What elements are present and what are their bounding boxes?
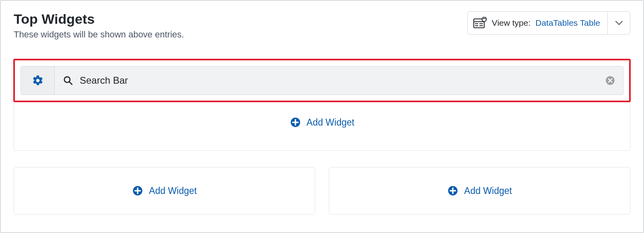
page-subtitle: These widgets will be shown above entrie… [14,29,184,40]
widget-remove-button[interactable] [597,66,623,95]
widget-highlight: Search Bar [13,59,631,102]
view-type-selector[interactable]: View type: DataTables Table [467,11,630,35]
svg-point-6 [482,17,486,22]
widget-settings-button[interactable] [21,66,55,95]
view-type-label: View type: [492,18,531,28]
widget-area: Search Bar [14,59,630,151]
search-icon [63,75,73,86]
header-row: Top Widgets These widgets will be shown … [14,11,630,40]
table-icon [473,17,487,29]
view-type-value: DataTables Table [535,18,600,28]
columns-row: Add Widget Add Widget [14,167,630,214]
svg-line-8 [69,82,72,84]
widget-body[interactable]: Search Bar [55,66,597,95]
plus-circle-icon [447,185,458,196]
add-widget-label: Add Widget [307,117,355,128]
chevron-down-icon [615,21,623,25]
add-widget-button-col-1[interactable]: Add Widget [14,167,315,214]
add-widget-button-col-2[interactable]: Add Widget [329,167,630,214]
top-widgets-panel: Top Widgets These widgets will be shown … [0,0,644,233]
page-title: Top Widgets [14,11,184,27]
view-type-caret[interactable] [607,12,630,34]
plus-circle-icon [290,117,301,128]
widget-name: Search Bar [80,75,128,86]
gear-icon [32,74,44,87]
add-widget-label: Add Widget [464,186,512,196]
add-widget-label: Add Widget [149,186,197,196]
plus-circle-icon [132,185,143,196]
close-icon [605,75,615,86]
search-bar-widget[interactable]: Search Bar [21,66,623,95]
title-block: Top Widgets These widgets will be shown … [14,11,184,40]
view-type-main[interactable]: View type: DataTables Table [468,12,607,34]
add-widget-button-full[interactable]: Add Widget [14,105,630,139]
